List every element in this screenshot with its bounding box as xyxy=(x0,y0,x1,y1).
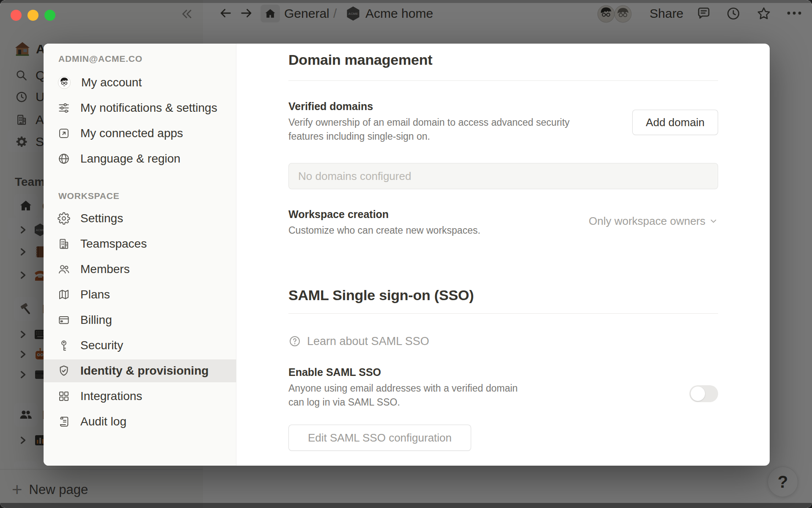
enable-saml-toggle[interactable] xyxy=(689,385,718,402)
workspace-section-label: WORKSPACE xyxy=(58,191,119,201)
question-circle-icon xyxy=(288,335,301,348)
learn-saml-link[interactable]: Learn about SAML SSO xyxy=(288,334,429,349)
add-domain-button[interactable]: Add domain xyxy=(632,110,718,135)
chevron-down-icon xyxy=(709,216,718,226)
section-divider xyxy=(288,313,718,314)
sidebar-item-plans[interactable]: Plans xyxy=(44,283,236,306)
verified-domains-description: Verify ownership of an email domain to a… xyxy=(288,116,574,144)
sliders-icon xyxy=(58,102,70,114)
enable-saml-title: Enable SAML SSO xyxy=(288,365,381,379)
people-icon xyxy=(58,263,70,276)
edit-saml-config-button[interactable]: Edit SAML SSO configuration xyxy=(288,425,471,451)
minimize-window-button[interactable] xyxy=(27,10,38,21)
sidebar-item-connected-apps[interactable]: My connected apps xyxy=(44,122,236,145)
map-icon xyxy=(58,288,70,301)
window-top-edge xyxy=(0,0,812,3)
settings-modal: ADMIN@ACME.CO My account My notification… xyxy=(44,44,770,466)
sidebar-item-integrations[interactable]: Integrations xyxy=(44,385,236,408)
notion-window: General / ACME Acme home Share A Q U A xyxy=(0,0,812,508)
account-section-label: ADMIN@ACME.CO xyxy=(58,54,143,64)
sidebar-item-notifications-settings[interactable]: My notifications & settings xyxy=(44,97,236,119)
sidebar-item-billing[interactable]: Billing xyxy=(44,309,236,331)
sidebar-item-language-region[interactable]: Language & region xyxy=(44,147,236,170)
domain-management-title: Domain management xyxy=(288,50,432,69)
domains-empty-state: No domains configured xyxy=(288,163,718,189)
workspace-creation-dropdown[interactable]: Only workspace owners xyxy=(589,213,718,229)
key-icon xyxy=(58,339,70,352)
saml-title: SAML Single sign-on (SSO) xyxy=(288,286,474,304)
settings-sidebar: ADMIN@ACME.CO My account My notification… xyxy=(44,44,236,466)
globe-icon xyxy=(58,152,70,165)
section-divider xyxy=(288,80,718,81)
credit-card-icon xyxy=(58,314,70,326)
toggle-knob xyxy=(691,387,705,401)
arrow-up-right-icon xyxy=(58,127,70,140)
sidebar-item-my-account[interactable]: My account xyxy=(44,71,236,94)
building-icon xyxy=(58,237,70,250)
scroll-icon xyxy=(58,415,70,428)
workspace-creation-title: Workspace creation xyxy=(288,207,389,221)
sidebar-item-members[interactable]: Members xyxy=(44,258,236,281)
enable-saml-description: Anyone using email addresses with a veri… xyxy=(288,381,522,409)
verified-domains-title: Verified domains xyxy=(288,99,373,113)
close-window-button[interactable] xyxy=(11,10,22,21)
user-avatar xyxy=(58,76,71,89)
workspace-creation-description: Customize who can create new workspaces. xyxy=(288,224,480,237)
shield-check-icon xyxy=(58,364,70,377)
sidebar-item-audit-log[interactable]: Audit log xyxy=(44,410,236,433)
sidebar-item-identity-provisioning[interactable]: Identity & provisioning xyxy=(44,359,236,382)
sidebar-item-security[interactable]: Security xyxy=(44,334,236,357)
window-bottom-edge xyxy=(0,503,812,508)
sidebar-item-teamspaces[interactable]: Teamspaces xyxy=(44,232,236,255)
zoom-window-button[interactable] xyxy=(44,10,55,21)
sidebar-item-settings[interactable]: Settings xyxy=(44,207,236,230)
gear-icon xyxy=(58,212,70,225)
grid-icon xyxy=(58,390,70,403)
